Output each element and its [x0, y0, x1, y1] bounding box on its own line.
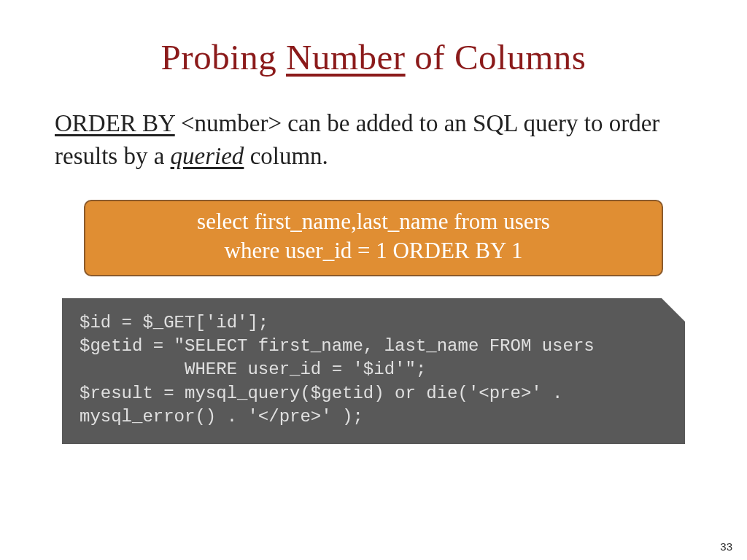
desc-orderby: ORDER BY: [55, 110, 175, 136]
desc-queried: queried: [171, 143, 244, 169]
title-part2: of Columns: [406, 37, 587, 77]
description: ORDER BY <number> can be added to an SQL…: [55, 107, 692, 172]
desc-tail: column.: [244, 143, 328, 169]
sql-line-2: where user_id = 1 ORDER BY 1: [100, 236, 647, 265]
sql-line-1: select first_name,last_name from users: [100, 207, 647, 236]
php-code-box: $id = $_GET['id']; $getid = "SELECT firs…: [62, 298, 685, 444]
slide-title: Probing Number of Columns: [55, 36, 692, 78]
title-underlined: Number: [286, 37, 406, 77]
page-number: 33: [720, 540, 732, 553]
sql-example-box: select first_name,last_name from users w…: [84, 200, 663, 276]
slide: Probing Number of Columns ORDER BY <numb…: [0, 0, 747, 560]
title-part1: Probing: [161, 37, 286, 77]
